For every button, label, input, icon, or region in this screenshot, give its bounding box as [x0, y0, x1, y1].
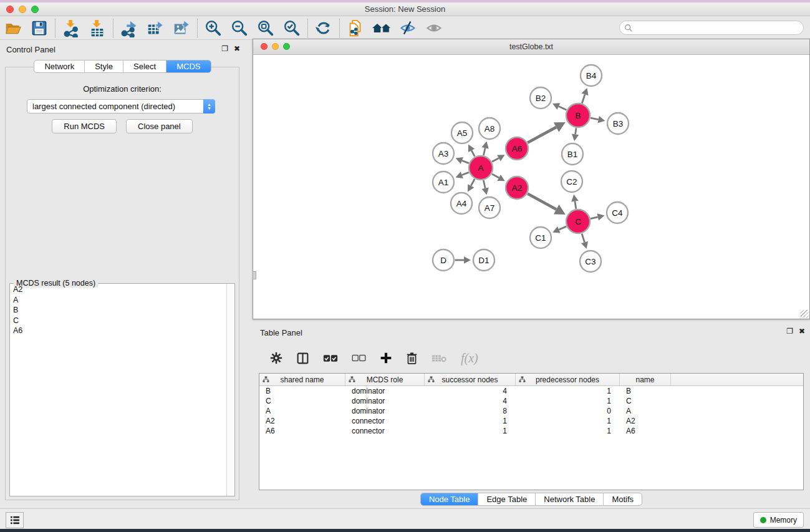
mcds-result-item[interactable]: A6 [11, 326, 226, 337]
edge-C-C2[interactable] [575, 201, 576, 209]
float-panel-icon[interactable]: ❐ [221, 44, 228, 53]
mcds-result-item[interactable]: B [11, 306, 226, 316]
graph-node-label: A4 [456, 199, 467, 208]
edge-A-A4[interactable] [471, 179, 475, 186]
edge-C-C1[interactable] [559, 226, 566, 230]
tab-motifs[interactable]: Motifs [604, 493, 642, 505]
arrowhead-icon [582, 88, 589, 95]
mcds-result-item[interactable]: A [11, 296, 226, 306]
export-network-button[interactable] [116, 17, 142, 39]
column-header[interactable]: predecessor nodes [516, 374, 620, 385]
edge-B-B1[interactable] [576, 128, 576, 134]
birds-eye-view-button[interactable] [421, 17, 447, 39]
edge-A-A5[interactable] [471, 150, 475, 157]
edge-A-A2[interactable] [492, 174, 499, 178]
tab-style[interactable]: Style [85, 60, 123, 72]
mcds-result-list[interactable]: A2ABCA6 [11, 285, 226, 495]
function-builder-button[interactable]: f(x) [461, 351, 478, 365]
edge-C-C3[interactable] [582, 234, 584, 243]
edge-A2-C[interactable] [528, 193, 556, 209]
export-table-button[interactable] [142, 17, 168, 39]
column-header[interactable] [671, 374, 803, 385]
import-network-button[interactable] [58, 17, 84, 39]
table-settings-button[interactable] [270, 352, 282, 364]
search-input[interactable] [633, 24, 803, 32]
table-row[interactable]: Cdominator41C [259, 396, 803, 406]
refresh-button[interactable] [311, 17, 337, 39]
edge-A-A3[interactable] [462, 160, 469, 163]
column-header[interactable]: shared name [259, 374, 345, 385]
zoom-fit-button[interactable] [253, 17, 279, 39]
table-row[interactable]: A6connector11A6 [259, 426, 803, 436]
edge-C-C4[interactable] [591, 217, 598, 219]
column-header-label: successor nodes [441, 375, 498, 384]
close-panel-icon[interactable]: ✖ [234, 44, 240, 53]
select-all-button[interactable] [323, 354, 338, 362]
close-panel-icon[interactable]: ✖ [799, 327, 805, 336]
edge-A6-B[interactable] [528, 127, 556, 143]
edge-A-A8[interactable] [483, 148, 485, 155]
graph-node-label: C2 [566, 177, 577, 186]
clone-network-icon [346, 19, 365, 37]
graph-node-label: A8 [485, 124, 495, 133]
edge-B-B4[interactable] [582, 94, 585, 103]
table-row[interactable]: Bdominator41B [259, 386, 803, 396]
table-cell [671, 426, 803, 436]
search-box[interactable] [619, 21, 804, 35]
memory-button[interactable]: Memory [753, 512, 804, 528]
delete-column-button[interactable] [406, 352, 418, 365]
column-header[interactable]: name [620, 374, 671, 385]
open-session-button[interactable] [0, 17, 26, 39]
import-table-button[interactable] [84, 17, 110, 39]
mcds-result-item[interactable]: C [11, 316, 226, 327]
tab-mcds[interactable]: MCDS [166, 60, 210, 72]
deselect-all-button[interactable] [352, 354, 366, 362]
zoom-out-button[interactable] [226, 17, 253, 39]
zoom-in-button[interactable] [200, 17, 226, 39]
criterion-dropdown[interactable]: largest connected component (directed) ▲… [27, 99, 215, 114]
table-row[interactable]: Adominator80A [259, 406, 803, 416]
open-folder-icon [4, 19, 22, 37]
network-canvas[interactable]: B4B2BB3A5A8A6A3B1AA1C2A2A4A7C4CC1C3DD1 [253, 55, 809, 319]
create-column-button[interactable] [380, 352, 392, 364]
splitter-handle[interactable] [253, 271, 256, 279]
run-mcds-button[interactable]: Run MCDS [52, 119, 117, 133]
graph-node-label: A [478, 163, 483, 173]
edge-A-A6[interactable] [492, 158, 499, 162]
zoom-selected-button[interactable] [279, 17, 305, 39]
tab-edge-table[interactable]: Edge Table [478, 493, 536, 505]
show-all-networks-button[interactable] [369, 17, 395, 39]
tab-network-table[interactable]: Network Table [536, 493, 604, 505]
export-image-button[interactable] [168, 17, 195, 39]
column-header[interactable]: successor nodes [425, 374, 516, 385]
mcds-result-scrollbar[interactable] [226, 284, 234, 496]
show-columns-button[interactable] [296, 352, 309, 365]
graph-node-label: B1 [567, 150, 578, 159]
close-panel-button[interactable]: Close panel [126, 119, 193, 133]
table-row[interactable]: A2connector11A2 [259, 416, 803, 426]
delete-table-button[interactable] [432, 354, 447, 363]
tab-node-table[interactable]: Node Table [421, 493, 479, 505]
edge-A-A1[interactable] [462, 172, 469, 175]
mcds-result-item[interactable]: A2 [11, 285, 226, 296]
status-bar: Memory [0, 508, 810, 529]
save-session-button[interactable] [26, 17, 52, 39]
tab-select[interactable]: Select [123, 60, 166, 72]
hide-graphics-details-button[interactable] [395, 17, 421, 39]
edge-B-B2[interactable] [559, 107, 566, 110]
tab-network[interactable]: Network [34, 60, 85, 72]
edge-A-A7[interactable] [483, 180, 485, 188]
float-panel-icon[interactable]: ❐ [786, 327, 793, 336]
task-history-button[interactable] [6, 512, 24, 528]
resize-grip[interactable] [801, 310, 809, 318]
edge-B-B3[interactable] [591, 118, 599, 120]
table-cell: B [620, 386, 671, 396]
search-icon [624, 24, 633, 32]
criterion-value: largest connected component (directed) [27, 102, 203, 111]
column-header[interactable]: MCDS role [345, 374, 425, 385]
clone-network-button[interactable] [342, 17, 369, 39]
arrowhead-icon [572, 134, 579, 142]
zoom-in-icon [204, 19, 223, 37]
table-panel-title: Table Panel [260, 328, 302, 337]
toolbar-separator [339, 19, 340, 37]
